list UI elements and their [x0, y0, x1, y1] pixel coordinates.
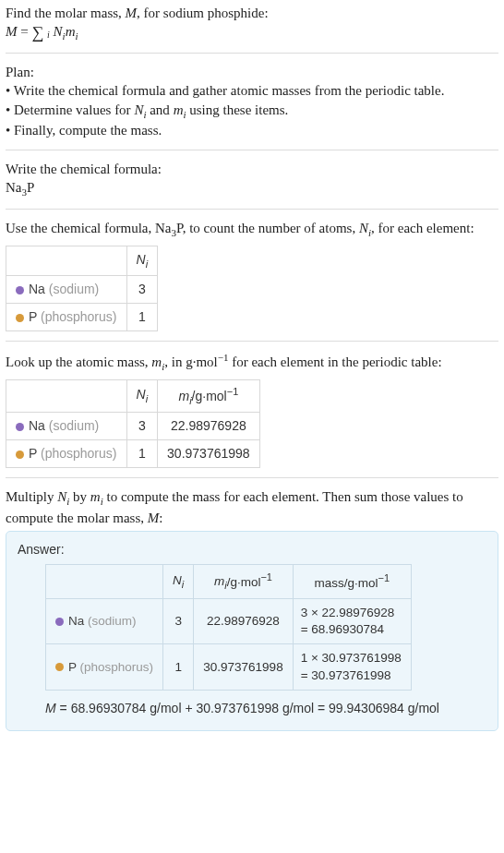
plan-section: Plan: • Write the chemical formula and g…: [6, 63, 498, 140]
divider: [6, 477, 498, 478]
answer-label: Answer:: [18, 541, 486, 559]
unit-sup: −1: [260, 571, 272, 583]
divider: [6, 209, 498, 210]
plan-heading: Plan:: [6, 63, 498, 81]
var-M: M: [126, 6, 138, 20]
mass-calc: 3 × 22.98976928= 68.96930784: [293, 598, 411, 643]
atomic-mass-table: Ni mi/g·mol−1 Na (sodium) 3 22.98976928 …: [6, 379, 260, 468]
eq-rhs: Nimi: [54, 24, 78, 39]
final-var: M: [45, 701, 56, 715]
multiply-section: Multiply Ni by mi to compute the mass fo…: [6, 487, 498, 731]
atom-count-table: Ni Na (sodium) 3 P (phosphorus) 1: [6, 246, 158, 331]
element-cell: Na (sodium): [6, 413, 127, 440]
col-Ni: Ni: [126, 246, 158, 276]
write-formula-text: Write the chemical formula:: [6, 160, 498, 178]
var-Ni: Ni: [57, 489, 69, 504]
element-name: sodium: [92, 614, 133, 628]
var-Ni: Ni: [134, 102, 146, 117]
multiply-text: Multiply Ni by mi to compute the mass fo…: [6, 487, 498, 527]
element-cell: Na (sodium): [46, 598, 163, 643]
var-mi: mi: [174, 102, 186, 117]
element-symbol: Na: [29, 418, 45, 433]
count-atoms-text: Use the chemical formula, Na3P, to count…: [6, 219, 498, 240]
element-cell: Na (sodium): [6, 276, 127, 304]
table-row: P (phosphorus) 1 30.973761998 1 × 30.973…: [46, 644, 412, 690]
element-symbol: P: [29, 309, 37, 324]
table-row: Na (sodium) 3: [6, 276, 158, 304]
answer-table: Ni mi/g·mol−1 mass/g·mol−1 Na (sodium) 3…: [45, 564, 412, 691]
divider: [6, 150, 498, 150]
table-row: P (phosphorus) 1 30.973761998: [6, 440, 260, 468]
intro-text-2: , for sodium phosphide:: [137, 6, 269, 20]
count-b: P, to count the number of atoms,: [176, 221, 359, 235]
mass-calc: 1 × 30.973761998= 30.973761998: [293, 644, 411, 690]
mass-calc-line1: 1 × 30.973761998: [301, 651, 402, 665]
table-row: P (phosphorus) 1: [6, 304, 158, 331]
divider: [6, 53, 498, 54]
mult-b: by: [69, 489, 90, 504]
table-header-row: Ni mi/g·mol−1 mass/g·mol−1: [46, 564, 412, 598]
table-row: Na (sodium) 3 22.98976928: [6, 413, 260, 440]
atom-count: 1: [126, 440, 158, 468]
lookup-text: Look up the atomic mass, mi, in g·mol−1 …: [6, 351, 498, 374]
final-value: = 68.96930784 g/mol + 30.973761998 g/mol…: [56, 701, 439, 715]
col-mi: mi/g·mol−1: [158, 379, 260, 412]
element-name: phosphorus: [45, 446, 113, 461]
element-symbol: Na: [29, 282, 45, 296]
sigma-subscript: i: [47, 30, 50, 40]
table-row: Na (sodium) 3 22.98976928 3 × 22.9897692…: [46, 598, 412, 643]
plan-bullet-3: • Finally, compute the mass.: [6, 121, 498, 139]
intro-section: Find the molar mass, M, for sodium phosp…: [6, 4, 498, 43]
write-formula-section: Write the chemical formula: Na3P: [6, 160, 498, 199]
eq-lhs: M: [6, 24, 18, 39]
element-dot-icon: [16, 423, 24, 431]
lookup-a: Look up the atomic mass,: [6, 354, 151, 369]
atomic-mass: 22.98976928: [194, 598, 293, 643]
plan-b2-b: and: [146, 102, 173, 117]
count-a: Use the chemical formula, Na: [6, 221, 172, 235]
mass-calc-line2: = 30.973761998: [301, 668, 391, 682]
chemical-formula: Na3P: [6, 178, 498, 199]
col-Ni: Ni: [163, 564, 194, 598]
mass-calc-line1: 3 × 22.98976928: [301, 606, 395, 619]
var-mi: mi: [151, 354, 164, 369]
atom-count: 3: [126, 276, 158, 304]
element-cell: P (phosphorus): [46, 644, 163, 690]
lookup-b: , in g·mol: [164, 354, 218, 369]
lookup-mass-section: Look up the atomic mass, mi, in g·mol−1 …: [6, 351, 498, 468]
plan-b2-c: using these items.: [186, 102, 289, 117]
unit-sup: −1: [227, 386, 239, 397]
col-Ni: Ni: [126, 379, 158, 412]
element-name: sodium: [53, 282, 94, 296]
atom-count: 3: [126, 413, 158, 440]
unit-sup: −1: [378, 572, 390, 583]
table-header-row: Ni mi/g·mol−1: [6, 379, 260, 412]
var-mi: mi: [90, 489, 103, 504]
intro-text-1: Find the molar mass,: [6, 6, 126, 20]
lookup-sup: −1: [218, 352, 229, 363]
element-name: phosphorus: [84, 660, 150, 674]
element-dot-icon: [16, 314, 24, 322]
molar-mass-equation: M = ∑ i Nimi: [6, 22, 498, 43]
atom-count: 1: [163, 644, 194, 690]
element-cell: P (phosphorus): [6, 440, 127, 468]
answer-box: Answer: Ni mi/g·mol−1 mass/g·mol−1 Na (s…: [6, 531, 498, 731]
element-symbol: P: [29, 446, 37, 461]
element-name: phosphorus: [45, 309, 113, 324]
element-symbol: P: [68, 660, 77, 674]
mult-d: :: [159, 511, 162, 525]
element-name: sodium: [53, 418, 94, 433]
var-M: M: [148, 511, 160, 525]
table-header-row: Ni: [6, 246, 158, 276]
divider: [6, 341, 498, 342]
col-mi: mi/g·mol−1: [194, 564, 293, 598]
element-dot-icon: [16, 286, 24, 294]
atomic-mass: 30.973761998: [158, 440, 260, 468]
atomic-mass: 30.973761998: [194, 644, 293, 690]
count-c: , for each element:: [371, 221, 474, 235]
plan-b2-a: • Determine values for: [6, 102, 134, 117]
atomic-mass: 22.98976928: [158, 413, 260, 440]
count-atoms-section: Use the chemical formula, Na3P, to count…: [6, 219, 498, 331]
element-symbol: Na: [68, 614, 84, 628]
element-dot-icon: [16, 451, 24, 459]
